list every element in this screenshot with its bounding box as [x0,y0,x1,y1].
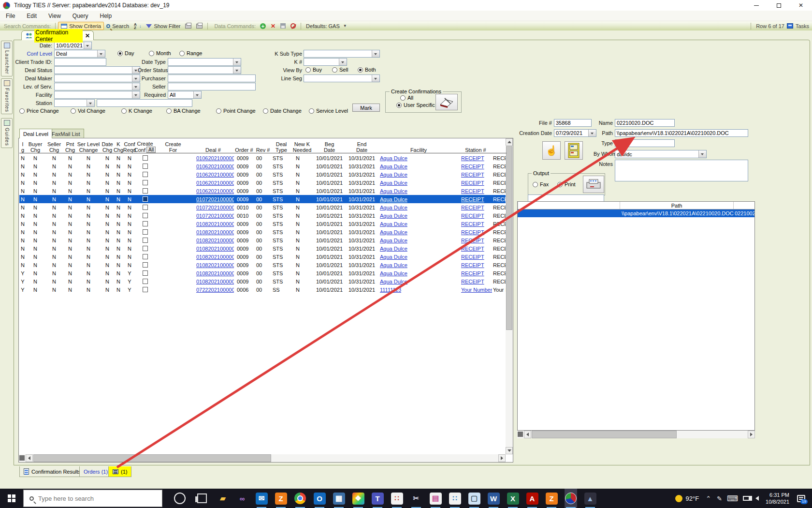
tab-print-queue[interactable]: (1) [108,466,131,477]
facility-link[interactable]: Aqua Dulce [380,246,407,252]
chevron-down-icon[interactable] [84,42,91,49]
menu-query[interactable]: Query [67,11,94,21]
deal-link[interactable]: 01082021000004 [196,246,234,252]
deal-link[interactable]: 01072021000005 [196,213,234,219]
deal-row[interactable]: NNNNNNNN01062021000002000900STSN10/01/20… [19,162,507,170]
defaults-dropdown[interactable]: Defaults: GAS▼ [304,22,349,30]
facility-combo[interactable] [54,91,140,99]
create-conf-checkbox[interactable] [143,213,148,218]
chevron-down-icon[interactable] [233,67,241,74]
facility-link[interactable]: Aqua Dulce [380,213,407,219]
deal-link[interactable]: 01062021000005 [196,188,234,194]
facility-link[interactable]: Aqua Dulce [380,188,407,194]
create-conf-checkbox[interactable] [143,180,148,185]
deal-row[interactable]: NNNNNNNN01082021000004000900STSN10/01/20… [19,244,507,253]
filter-date-change[interactable]: Date Change [263,108,302,114]
menu-help[interactable]: Help [94,11,118,21]
conf-level-combo[interactable]: Deal [54,50,105,58]
deal-row[interactable]: NNNNNNNN01062021000004000900STSN10/01/20… [19,179,507,187]
grid-hscrollbar[interactable] [19,454,506,462]
buy-radio[interactable]: Buy [305,67,322,73]
tab-confirmation-center[interactable]: Confirmation Center ✕ [21,30,94,40]
keyboard-icon[interactable]: ⌨ [727,494,738,503]
file-row[interactable]: \\papabear\env\V18.1\022021A\02210020.DO… [518,209,754,217]
filter-service-level[interactable]: Service Level [309,108,348,114]
grid-vscrollbar[interactable] [506,138,513,454]
taskbar-icon-triangle-app[interactable]: ▲ [584,489,596,508]
required-combo[interactable]: All [168,91,202,99]
speaker-icon[interactable] [755,496,759,501]
taskbar-icon-outlook[interactable]: O [313,489,326,508]
deal-link[interactable]: 01082021000007 [196,279,234,284]
filter-point-change[interactable]: Point Change [216,108,256,114]
deal-link[interactable]: 01082021000001 [196,221,234,227]
deal-status-combo[interactable] [54,66,140,74]
deal-row[interactable]: NNNNNNNN01082021000005000900STSN10/01/20… [19,253,507,261]
deal-row[interactable]: NNNNNNNN01082021000003000900STSN10/01/20… [19,236,507,244]
chevron-down-icon[interactable] [97,50,105,57]
close-button[interactable]: ✕ [790,0,812,11]
taskbar-icon-photos[interactable]: ❖ [352,489,364,508]
lev-of-serv-combo[interactable] [54,83,140,90]
tab-orders[interactable]: Orders (1) [79,466,112,477]
deal-row[interactable]: NNNNNNNN01072021000004001000STSN10/01/20… [19,203,507,211]
station-link[interactable]: RECEIPT [461,229,484,235]
facility-link[interactable]: 11111113 [380,287,401,293]
facility-link[interactable]: Aqua Dulce [380,229,407,235]
deal-link[interactable]: 01072021000002 [196,196,234,202]
taskbar-icon-visual-studio[interactable]: ∞ [236,489,248,508]
sidebar-item-guides[interactable]: Guides [1,118,13,148]
date-combo[interactable]: 10/01/2021 [54,42,92,49]
select-file-button[interactable]: ☝ [542,141,561,160]
purchaser-field[interactable] [168,75,256,82]
taskbar-icon-orange-app-2[interactable]: Z [545,489,558,508]
tray-expand-icon[interactable]: ⌃ [706,495,711,502]
facility-link[interactable]: Aqua Dulce [380,172,407,178]
cortana-icon[interactable] [174,493,186,504]
create-conf-checkbox[interactable] [143,254,148,259]
minimize-button[interactable] [745,0,768,11]
name-field[interactable]: 02210020.DOC [615,119,675,127]
sidebar-item-launcher[interactable]: Launcher [1,41,13,76]
taskbar-icon-mail[interactable]: ✉ [255,489,268,508]
taskbar-clock[interactable]: 6:31 PM 10/8/2021 [766,492,789,505]
create-conf-checkbox[interactable] [143,246,148,251]
month-radio[interactable]: Month [149,50,171,56]
taskbar-icon-notes[interactable]: ▢ [468,489,480,508]
chevron-down-icon[interactable] [698,150,706,158]
menu-edit[interactable]: Edit [21,11,43,21]
facility-link[interactable]: Aqua Dulce [380,221,407,227]
deal-row[interactable]: NNNNNNNN01062021000005000900STSN10/01/20… [19,187,507,195]
create-conf-checkbox[interactable] [143,164,148,169]
tab-deal-level[interactable]: Deal Level [19,129,52,138]
facility-link[interactable]: Aqua Dulce [380,205,407,210]
facility-link[interactable]: Aqua Dulce [380,262,407,268]
deal-link[interactable]: 01082021000008 [196,262,234,268]
filter-ba-change[interactable]: BA Change [166,108,201,114]
files-hscrollbar[interactable] [517,431,755,438]
temperature[interactable]: 92°F [686,495,699,502]
create-conf-checkbox[interactable] [143,196,148,202]
print-preview-button[interactable] [194,22,205,30]
facility-link[interactable]: Aqua Dulce [380,164,407,169]
add-record-button[interactable]: + [258,22,268,30]
day-radio[interactable]: Day [117,50,134,56]
station-link[interactable]: RECEIPT [461,246,484,252]
path-field[interactable]: \\papabear\env\V18.1\022021A\02210020.DO… [615,129,748,137]
sell-radio[interactable]: Sell [332,67,348,73]
chevron-down-icon[interactable] [372,75,379,82]
deal-link[interactable]: 01082021000006 [196,270,234,276]
create-confirmations-button[interactable] [435,94,458,110]
range-radio[interactable]: Range [179,50,202,56]
network-icon[interactable] [743,496,750,501]
k-sub-type-combo[interactable] [304,50,380,58]
deal-row[interactable]: NNNNNNNN01082021000008000900STSN10/01/20… [19,261,507,269]
show-filter-button[interactable]: Show Filter [144,22,183,30]
station-link[interactable]: RECEIPT [461,180,484,186]
k-num-combo[interactable] [304,58,347,66]
taskbar-icon-orange-app[interactable]: Z [275,489,287,508]
facility-link[interactable]: Aqua Dulce [380,155,407,161]
station-link[interactable]: RECEIPT [461,172,484,178]
tab-confirmation-results[interactable]: Confirmation Results [19,466,85,477]
chevron-down-icon[interactable] [588,130,596,136]
